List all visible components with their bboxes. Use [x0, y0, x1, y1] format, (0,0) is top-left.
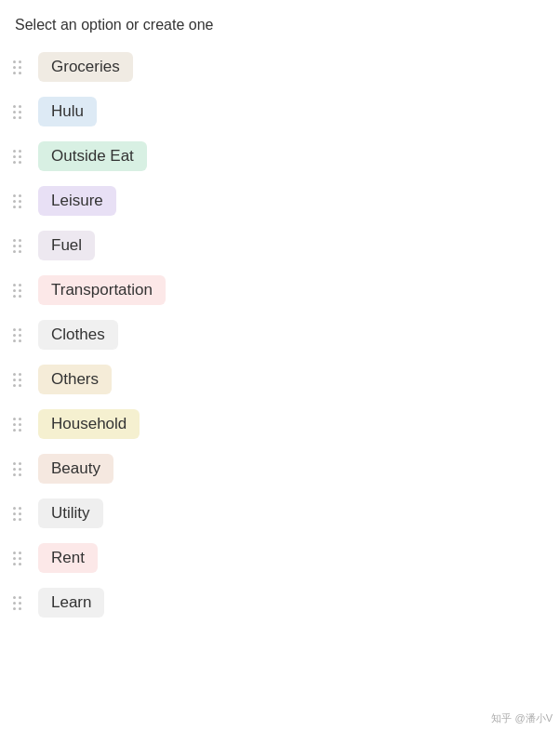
- tag-beauty[interactable]: Beauty: [38, 454, 113, 484]
- drag-handle-icon[interactable]: [9, 414, 25, 435]
- list-item[interactable]: Learn: [0, 580, 560, 625]
- list-container: Groceries Hulu: [0, 45, 560, 644]
- watermark: 知乎 @潘小V: [491, 711, 553, 725]
- list-item[interactable]: Leisure: [0, 179, 560, 223]
- drag-handle-icon[interactable]: [9, 325, 25, 346]
- drag-handle-icon[interactable]: [9, 503, 25, 525]
- list-item[interactable]: Transportation: [0, 268, 560, 312]
- drag-handle-icon[interactable]: [9, 57, 25, 78]
- tag-clothes[interactable]: Clothes: [38, 320, 118, 350]
- drag-handle-icon[interactable]: [9, 548, 25, 569]
- drag-handle-icon[interactable]: [9, 369, 25, 391]
- list-item[interactable]: Utility: [0, 491, 560, 536]
- drag-handle-icon[interactable]: [9, 191, 25, 212]
- drag-handle-icon[interactable]: [9, 459, 25, 480]
- tag-leisure[interactable]: Leisure: [38, 186, 116, 216]
- tag-groceries[interactable]: Groceries: [38, 52, 133, 82]
- tag-learn[interactable]: Learn: [38, 588, 104, 618]
- drag-handle-icon[interactable]: [9, 235, 25, 257]
- tag-outside-eat[interactable]: Outside Eat: [38, 141, 147, 171]
- drag-handle-icon[interactable]: [9, 146, 25, 167]
- tag-household[interactable]: Household: [38, 409, 140, 439]
- drag-handle-icon[interactable]: [9, 101, 25, 123]
- header-text: Select an option or create one: [15, 17, 213, 33]
- list-item[interactable]: Rent: [0, 536, 560, 580]
- tag-rent[interactable]: Rent: [38, 543, 98, 573]
- tag-hulu[interactable]: Hulu: [38, 97, 97, 126]
- list-item[interactable]: Beauty: [0, 446, 560, 491]
- tag-fuel[interactable]: Fuel: [38, 231, 95, 260]
- list-item[interactable]: Groceries: [0, 45, 560, 89]
- header: Select an option or create one: [0, 0, 560, 45]
- list-item[interactable]: Clothes: [0, 312, 560, 357]
- list-item[interactable]: Household: [0, 402, 560, 446]
- list-item[interactable]: Outside Eat: [0, 134, 560, 179]
- tag-others[interactable]: Others: [38, 365, 112, 394]
- tag-transportation[interactable]: Transportation: [38, 275, 166, 305]
- list-item[interactable]: Fuel: [0, 223, 560, 268]
- drag-handle-icon[interactable]: [9, 592, 25, 614]
- list-item[interactable]: Hulu: [0, 89, 560, 134]
- list-item[interactable]: Others: [0, 357, 560, 402]
- drag-handle-icon[interactable]: [9, 280, 25, 301]
- tag-utility[interactable]: Utility: [38, 498, 103, 528]
